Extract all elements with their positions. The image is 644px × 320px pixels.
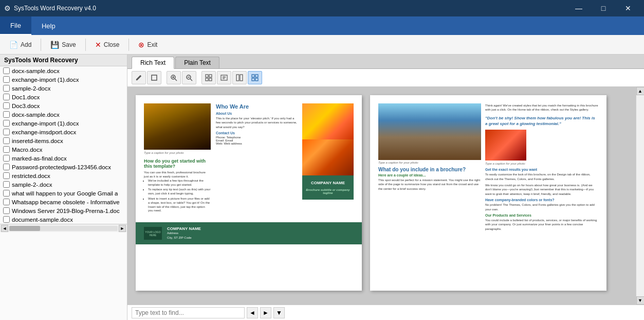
file-checkbox[interactable] bbox=[3, 129, 10, 135]
file-checkbox[interactable] bbox=[3, 172, 10, 179]
who-we-are-heading: Who We Are bbox=[216, 103, 297, 110]
page2-main-heading: What do you include in a brochure? bbox=[378, 167, 481, 172]
file-checkbox[interactable] bbox=[3, 111, 10, 118]
file-name-label: Whatsapp became obsolete - Informative bbox=[12, 199, 120, 205]
thumbnails-button[interactable] bbox=[248, 71, 262, 84]
svg-rect-20 bbox=[252, 78, 254, 81]
sidebar-file-item[interactable]: inseretd-items.docx bbox=[0, 136, 127, 145]
page1-left-col: Type a caption for your photo How do you… bbox=[144, 103, 211, 214]
page2-branded-body: No problem! The Themes, Colors, and Font… bbox=[485, 203, 598, 211]
sidebar-file-item[interactable]: exchange-imsdport.docx bbox=[0, 128, 127, 136]
sidebar-file-item[interactable]: marked-as-final.docx bbox=[0, 154, 127, 163]
sidebar-file-item[interactable]: restricted.docx bbox=[0, 171, 127, 180]
file-checkbox[interactable] bbox=[3, 199, 10, 205]
sidebar-file-item[interactable]: what will happen to your Google Gmail a bbox=[0, 189, 127, 198]
company-banner: COMPANY NAME Brochure subtitle or compan… bbox=[302, 175, 354, 200]
file-checkbox[interactable] bbox=[3, 216, 10, 223]
sidebar-file-item[interactable]: sample-2-.docx bbox=[0, 180, 127, 189]
sidebar-file-item[interactable]: document-sample.docx bbox=[0, 215, 127, 224]
svg-rect-9 bbox=[209, 75, 212, 77]
tab-rich-text[interactable]: Rich Text bbox=[132, 57, 174, 69]
file-checkbox[interactable] bbox=[3, 85, 10, 92]
close-window-button[interactable]: ✕ bbox=[616, 0, 640, 16]
sidebar-file-item[interactable]: Doc1.docx bbox=[0, 93, 127, 101]
page1-tips-list: We've included a few tips throughout the… bbox=[144, 179, 211, 213]
file-checkbox[interactable] bbox=[3, 181, 10, 188]
page2-road-photo bbox=[378, 103, 481, 160]
hscroll-left-arrow[interactable]: ◄ bbox=[1, 225, 8, 232]
minimize-button[interactable]: — bbox=[567, 0, 591, 16]
fit-width-button[interactable] bbox=[217, 71, 231, 84]
page2-photo-caption: Type a caption for your photo bbox=[378, 161, 481, 164]
file-name-label: document-sample.docx bbox=[12, 217, 73, 223]
sidebar-file-item[interactable]: Macro.docx bbox=[0, 145, 127, 154]
hscroll-track[interactable] bbox=[9, 226, 118, 231]
scroll-up-arrow[interactable]: ▲ bbox=[636, 87, 645, 95]
file-name-label: inseretd-items.docx bbox=[12, 138, 63, 144]
sidebar-file-item[interactable]: Password-protectedpwd-123456.docx bbox=[0, 163, 127, 171]
zoom-out-button[interactable] bbox=[182, 71, 196, 84]
page2-ideas-heading: Here are a couple of ideas... bbox=[378, 173, 481, 177]
file-checkbox[interactable] bbox=[3, 190, 10, 197]
save-button[interactable]: 💾 Save bbox=[45, 39, 81, 51]
file-name-label: Password-protectedpwd-123456.docx bbox=[12, 164, 111, 170]
page2-right-photo bbox=[485, 130, 526, 161]
footer-company-name: COMPANY NAME bbox=[167, 226, 201, 231]
svg-rect-0 bbox=[152, 75, 157, 80]
file-checkbox[interactable] bbox=[3, 207, 10, 214]
sidebar: SysTools Word Recovery docx-sample.docxe… bbox=[0, 55, 127, 320]
titlebar: ⚙ SysTools Word Recovery v4.0 — □ ✕ bbox=[0, 0, 644, 16]
file-checkbox[interactable] bbox=[3, 76, 10, 83]
select-tool-button[interactable] bbox=[147, 71, 161, 84]
sidebar-file-item[interactable]: sample-2-docx bbox=[0, 84, 127, 93]
exit-button[interactable]: ⊗ Exit bbox=[133, 39, 162, 51]
file-checkbox[interactable] bbox=[3, 164, 10, 170]
find-next-button[interactable]: ► bbox=[260, 307, 271, 318]
pencil-tool-button[interactable] bbox=[132, 71, 146, 84]
menu-file[interactable]: File bbox=[0, 16, 31, 35]
hscroll-right-arrow[interactable]: ► bbox=[119, 225, 126, 232]
svg-rect-19 bbox=[255, 75, 258, 77]
file-checkbox[interactable] bbox=[3, 94, 10, 100]
sidebar-file-item[interactable]: Doc3.docx bbox=[0, 101, 127, 110]
sidebar-file-item[interactable]: Whatsapp became obsolete - Informative bbox=[0, 198, 127, 206]
find-input[interactable] bbox=[132, 307, 245, 318]
file-checkbox[interactable] bbox=[3, 102, 10, 109]
add-button[interactable]: 📄 Add bbox=[4, 39, 36, 51]
file-checkbox[interactable] bbox=[3, 146, 10, 153]
scroll-down-arrow[interactable]: ▼ bbox=[636, 296, 645, 305]
file-checkbox[interactable] bbox=[3, 67, 10, 74]
sidebar-file-item[interactable]: exchange-import (1).docx bbox=[0, 75, 127, 84]
footer-company-info: COMPANY NAME Address City, ST ZIP Code bbox=[167, 226, 201, 240]
tab-plain-text[interactable]: Plain Text bbox=[175, 57, 219, 68]
menu-help[interactable]: Help bbox=[31, 16, 66, 35]
sidebar-file-item[interactable]: docx-sample.docx bbox=[0, 110, 127, 119]
page1-flowers-top bbox=[302, 103, 354, 139]
view-mode-button[interactable] bbox=[232, 71, 247, 84]
fit-page-button[interactable] bbox=[201, 71, 216, 84]
sidebar-file-item[interactable]: Windows Server 2019-Blog-Prerna-1.doc bbox=[0, 206, 127, 215]
sidebar-file-item[interactable]: exchange-import (1).docx bbox=[0, 119, 127, 128]
logo-text2: HERE bbox=[150, 234, 157, 237]
page1-how-heading: How do you get started with this templat… bbox=[144, 158, 211, 169]
menubar: File Help bbox=[0, 16, 644, 35]
file-checkbox[interactable] bbox=[3, 155, 10, 162]
file-name-label: Windows Server 2019-Blog-Prerna-1.doc bbox=[12, 208, 120, 214]
contact-us-heading: Contact Us bbox=[216, 131, 297, 135]
close-button[interactable]: ✕ Close bbox=[90, 39, 125, 51]
maximize-button[interactable]: □ bbox=[592, 0, 615, 16]
sidebar-file-item[interactable]: docx-sample.docx bbox=[0, 66, 127, 75]
find-options-button[interactable]: ▼ bbox=[273, 307, 285, 318]
viewer-content[interactable]: Type a caption for your photo How do you… bbox=[127, 87, 636, 305]
sidebar-title: SysTools Word Recovery bbox=[0, 55, 127, 66]
page2-right-col: Think again! We've created styles that l… bbox=[485, 103, 598, 233]
footer-address: Address bbox=[167, 231, 201, 236]
file-checkbox[interactable] bbox=[3, 120, 10, 127]
file-checkbox[interactable] bbox=[3, 137, 10, 144]
document-page-2: Type a caption for your photo What do yo… bbox=[370, 95, 606, 291]
find-prev-button[interactable]: ◄ bbox=[247, 307, 258, 318]
list-item: Want to insert a picture from your files… bbox=[148, 197, 211, 213]
brochure-tagline: Brochure subtitle or company tagline bbox=[304, 188, 352, 194]
toolbar: 📄 Add 💾 Save ✕ Close ⊗ Exit bbox=[0, 35, 644, 55]
zoom-in-button[interactable] bbox=[167, 71, 181, 84]
